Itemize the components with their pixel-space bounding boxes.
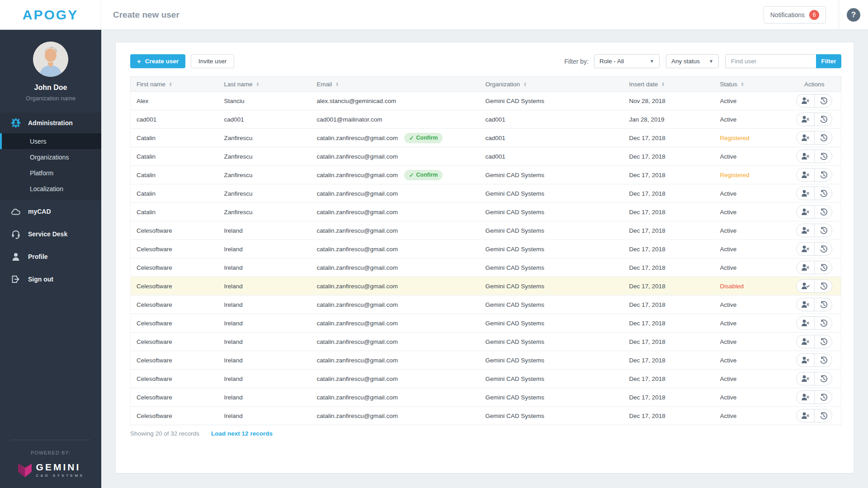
- history-button[interactable]: [814, 317, 832, 329]
- load-more-link[interactable]: Load next 12 records: [211, 430, 273, 437]
- toggle-user-button[interactable]: [797, 150, 814, 163]
- cell-insert-date: Dec 17, 2018: [629, 277, 720, 296]
- history-button[interactable]: [814, 94, 832, 107]
- toggle-user-button[interactable]: [797, 224, 814, 237]
- disable-user-icon: [801, 208, 810, 216]
- history-button[interactable]: [814, 169, 832, 181]
- person-icon: [11, 253, 21, 261]
- find-user-input[interactable]: [725, 54, 816, 68]
- toggle-user-button[interactable]: [797, 94, 814, 107]
- notifications-count-badge: 6: [809, 10, 819, 20]
- cell-insert-date: Dec 17, 2018: [629, 314, 720, 333]
- confirm-badge[interactable]: ✓Confirm: [404, 133, 443, 143]
- history-button[interactable]: [814, 243, 832, 255]
- history-button[interactable]: [814, 206, 832, 218]
- sort-icon[interactable]: ▲▼: [256, 82, 259, 86]
- create-user-button[interactable]: + Create user: [130, 54, 185, 68]
- cell-insert-date: Dec 17, 2018: [629, 333, 720, 351]
- sidebar-item-users[interactable]: Users: [0, 133, 101, 149]
- sidebar-item-organizations[interactable]: Organizations: [0, 149, 101, 165]
- role-filter-select[interactable]: Role - All ▼: [594, 54, 660, 68]
- status-text: Active: [720, 320, 737, 327]
- toggle-user-button[interactable]: [797, 372, 814, 385]
- column-header-first-name[interactable]: First name ▲▼: [131, 77, 224, 92]
- row-actions: [796, 131, 832, 145]
- cell-insert-date: Jan 28, 2019: [629, 110, 720, 129]
- avatar: [33, 42, 68, 77]
- toggle-user-button[interactable]: [797, 169, 814, 181]
- row-actions: [796, 279, 832, 293]
- check-icon: ✓: [409, 135, 414, 141]
- status-filter-select[interactable]: Any status ▼: [666, 54, 719, 68]
- toggle-user-button[interactable]: [797, 391, 814, 404]
- sidebar-item-platform[interactable]: Platform: [0, 165, 101, 181]
- help-icon[interactable]: ?: [847, 8, 860, 22]
- sort-icon[interactable]: ▲▼: [661, 82, 665, 86]
- history-button[interactable]: [814, 335, 832, 348]
- sidebar-item-localization[interactable]: Localization: [0, 181, 101, 197]
- row-actions: [796, 316, 832, 330]
- history-button[interactable]: [814, 391, 832, 404]
- cell-first-name: Celesoftware: [131, 258, 224, 277]
- brand-logo: APOGY: [0, 0, 101, 29]
- toggle-user-button[interactable]: [797, 280, 814, 292]
- history-button[interactable]: [814, 224, 832, 237]
- column-header-last-name[interactable]: Last name ▲▼: [224, 77, 317, 92]
- column-header-status[interactable]: Status ▲▼: [720, 77, 788, 92]
- sort-icon[interactable]: ▲▼: [335, 82, 339, 86]
- sidebar-item-mycad[interactable]: myCAD: [0, 200, 101, 223]
- toggle-user-button[interactable]: [797, 113, 814, 126]
- toggle-user-button[interactable]: [797, 298, 814, 311]
- toggle-user-button[interactable]: [797, 261, 814, 274]
- cell-first-name: Celesoftware: [131, 370, 224, 388]
- cell-organization: Gemini CAD Systems: [486, 351, 629, 370]
- history-icon: [820, 282, 827, 290]
- toggle-user-button[interactable]: [797, 131, 814, 144]
- history-button[interactable]: [814, 261, 832, 274]
- cell-first-name: Celesoftware: [131, 333, 224, 351]
- cell-last-name: Stanciu: [224, 92, 317, 110]
- history-button[interactable]: [814, 409, 832, 422]
- history-button[interactable]: [814, 280, 832, 292]
- column-header-email[interactable]: Email ▲▼: [317, 77, 486, 92]
- submenu-label: Organizations: [30, 154, 69, 161]
- toggle-user-button[interactable]: [797, 354, 814, 366]
- column-header-insert-date[interactable]: Insert date ▲▼: [629, 77, 720, 92]
- toggle-user-button[interactable]: [797, 187, 814, 200]
- history-button[interactable]: [814, 150, 832, 163]
- cell-first-name: Catalin: [131, 203, 224, 221]
- filter-button[interactable]: Filter: [816, 54, 841, 68]
- notifications-button[interactable]: Notifications 6: [764, 6, 826, 23]
- history-button[interactable]: [814, 113, 832, 126]
- chevron-down-icon: ▼: [650, 59, 654, 64]
- history-button[interactable]: [814, 298, 832, 311]
- toggle-user-button[interactable]: [797, 243, 814, 255]
- history-icon: [820, 116, 827, 123]
- confirm-badge[interactable]: ✓Confirm: [404, 170, 443, 180]
- sidebar-item-profile[interactable]: Profile: [0, 245, 101, 268]
- history-button[interactable]: [814, 354, 832, 366]
- disable-user-icon: [801, 394, 810, 401]
- cell-last-name: Ireland: [224, 388, 317, 407]
- sidebar-item-administration[interactable]: Administration: [0, 113, 101, 133]
- row-actions: [796, 187, 832, 200]
- sort-icon[interactable]: ▲▼: [169, 82, 172, 86]
- toggle-user-button[interactable]: [797, 335, 814, 348]
- history-button[interactable]: [814, 372, 832, 385]
- cell-organization: Gemini CAD Systems: [486, 240, 629, 258]
- toggle-user-button[interactable]: [797, 317, 814, 329]
- sort-icon[interactable]: ▲▼: [741, 82, 744, 86]
- history-button[interactable]: [814, 187, 832, 200]
- toggle-user-button[interactable]: [797, 409, 814, 422]
- sort-icon[interactable]: ▲▼: [524, 82, 527, 86]
- sidebar-item-sign-out[interactable]: Sign out: [0, 268, 101, 291]
- filter-button-label: Filter: [821, 58, 836, 65]
- toggle-user-button[interactable]: [797, 206, 814, 218]
- table-footer: Showing 20 of 32 records Load next 12 re…: [130, 430, 273, 437]
- history-button[interactable]: [814, 131, 832, 144]
- column-header-organization[interactable]: Organization ▲▼: [486, 77, 629, 92]
- row-actions: [796, 390, 832, 404]
- invite-user-button[interactable]: Invite user: [191, 54, 234, 68]
- sidebar-item-service-desk[interactable]: Service Desk: [0, 223, 101, 245]
- cell-insert-date: Dec 17, 2018: [629, 351, 720, 370]
